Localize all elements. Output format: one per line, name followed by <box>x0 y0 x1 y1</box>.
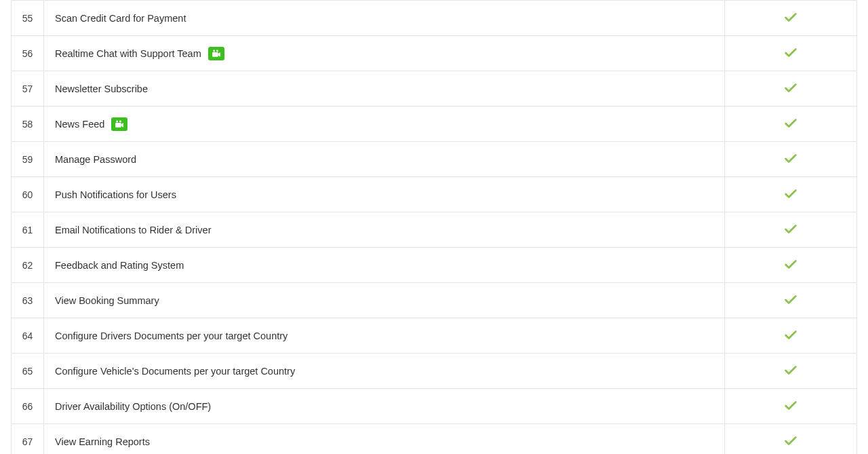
feature-content: Feedback and Rating System <box>55 260 724 271</box>
check-cell <box>725 212 857 248</box>
feature-label: Email Notifications to Rider & Driver <box>55 225 211 235</box>
table-row: 61Email Notifications to Rider & Driver <box>12 212 857 248</box>
feature-content: Driver Availability Options (On/OFF) <box>55 401 724 412</box>
feature-table: 55Scan Credit Card for Payment56Realtime… <box>11 0 857 454</box>
table-row: 63View Booking Summary <box>12 283 857 318</box>
check-icon <box>783 192 798 203</box>
svg-rect-5 <box>115 123 121 128</box>
table-row: 56Realtime Chat with Support Team <box>12 36 857 71</box>
check-icon <box>783 86 798 97</box>
row-number: 65 <box>12 354 44 389</box>
check-cell <box>725 1 857 36</box>
check-cell <box>725 71 857 107</box>
svg-point-1 <box>216 50 218 52</box>
check-icon <box>783 368 798 379</box>
row-number: 57 <box>12 71 44 107</box>
feature-cell: View Earning Reports <box>44 424 725 455</box>
table-row: 62Feedback and Rating System <box>12 248 857 283</box>
table-row: 55Scan Credit Card for Payment <box>12 1 857 36</box>
check-icon <box>783 263 798 273</box>
check-icon <box>783 298 798 309</box>
feature-label: Manage Password <box>55 154 136 165</box>
row-number: 61 <box>12 212 44 248</box>
feature-label: Configure Vehicle's Documents per your t… <box>55 366 295 377</box>
feature-content: View Earning Reports <box>55 436 724 447</box>
row-number: 64 <box>12 318 44 354</box>
svg-rect-2 <box>212 52 218 57</box>
row-number: 55 <box>12 1 44 36</box>
video-camera-icon[interactable] <box>111 117 127 131</box>
feature-content: Manage Password <box>55 154 724 165</box>
feature-label: Driver Availability Options (On/OFF) <box>55 401 211 412</box>
svg-point-4 <box>119 120 121 122</box>
feature-content: Realtime Chat with Support Team <box>55 47 724 60</box>
feature-label: Feedback and Rating System <box>55 260 184 271</box>
table-row: 60Push Notifications for Users <box>12 177 857 212</box>
svg-point-3 <box>117 120 119 122</box>
row-number: 56 <box>12 36 44 71</box>
feature-cell: News Feed <box>44 107 725 142</box>
feature-label: Push Notifications for Users <box>55 189 176 200</box>
check-icon <box>783 51 798 62</box>
check-cell <box>725 36 857 71</box>
feature-table-container: 55Scan Credit Card for Payment56Realtime… <box>5 0 863 454</box>
check-cell <box>725 283 857 318</box>
feature-label: Realtime Chat with Support Team <box>55 48 201 59</box>
check-cell <box>725 142 857 177</box>
table-row: 64Configure Drivers Documents per your t… <box>12 318 857 354</box>
svg-point-0 <box>213 50 215 52</box>
row-number: 60 <box>12 177 44 212</box>
feature-cell: Push Notifications for Users <box>44 177 725 212</box>
feature-content: News Feed <box>55 117 724 131</box>
feature-content: Configure Vehicle's Documents per your t… <box>55 366 724 377</box>
table-row: 59Manage Password <box>12 142 857 177</box>
check-cell <box>725 107 857 142</box>
video-camera-icon[interactable] <box>208 47 224 60</box>
feature-label: Configure Drivers Documents per your tar… <box>55 330 288 341</box>
feature-cell: Scan Credit Card for Payment <box>44 1 725 36</box>
feature-content: Newsletter Subscribe <box>55 83 724 94</box>
check-cell <box>725 389 857 424</box>
check-icon <box>783 121 798 132</box>
feature-cell: Configure Vehicle's Documents per your t… <box>44 354 725 389</box>
check-cell <box>725 318 857 354</box>
feature-content: Scan Credit Card for Payment <box>55 13 724 24</box>
row-number: 58 <box>12 107 44 142</box>
check-icon <box>783 227 798 238</box>
table-row: 66Driver Availability Options (On/OFF) <box>12 389 857 424</box>
table-row: 65Configure Vehicle's Documents per your… <box>12 354 857 389</box>
feature-table-body: 55Scan Credit Card for Payment56Realtime… <box>12 1 857 455</box>
feature-label: View Booking Summary <box>55 295 159 306</box>
check-cell <box>725 424 857 455</box>
feature-cell: View Booking Summary <box>44 283 725 318</box>
feature-label: View Earning Reports <box>55 436 150 447</box>
check-icon <box>783 404 798 415</box>
feature-cell: Manage Password <box>44 142 725 177</box>
feature-cell: Realtime Chat with Support Team <box>44 36 725 71</box>
row-number: 63 <box>12 283 44 318</box>
feature-label: Scan Credit Card for Payment <box>55 13 186 24</box>
feature-content: Email Notifications to Rider & Driver <box>55 225 724 235</box>
check-icon <box>783 333 798 344</box>
check-icon <box>783 157 798 168</box>
row-number: 59 <box>12 142 44 177</box>
feature-content: Configure Drivers Documents per your tar… <box>55 330 724 341</box>
check-icon <box>783 439 798 450</box>
feature-content: Push Notifications for Users <box>55 189 724 200</box>
check-icon <box>783 16 798 26</box>
feature-label: News Feed <box>55 119 104 130</box>
check-cell <box>725 354 857 389</box>
feature-cell: Email Notifications to Rider & Driver <box>44 212 725 248</box>
check-cell <box>725 177 857 212</box>
feature-content: View Booking Summary <box>55 295 724 306</box>
feature-cell: Configure Drivers Documents per your tar… <box>44 318 725 354</box>
feature-cell: Feedback and Rating System <box>44 248 725 283</box>
row-number: 67 <box>12 424 44 455</box>
feature-label: Newsletter Subscribe <box>55 83 148 94</box>
table-row: 57Newsletter Subscribe <box>12 71 857 107</box>
row-number: 62 <box>12 248 44 283</box>
row-number: 66 <box>12 389 44 424</box>
table-row: 67View Earning Reports <box>12 424 857 455</box>
feature-cell: Driver Availability Options (On/OFF) <box>44 389 725 424</box>
feature-cell: Newsletter Subscribe <box>44 71 725 107</box>
